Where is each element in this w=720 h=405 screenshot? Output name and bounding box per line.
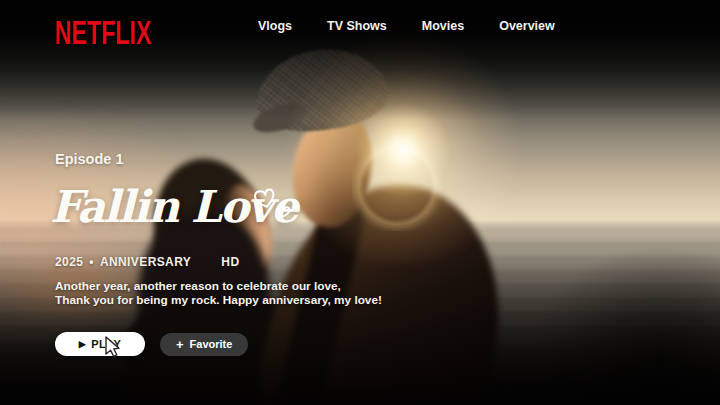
category-label: ANNIVERSARY (100, 255, 191, 269)
plus-icon: + (176, 338, 184, 351)
nav-item-vlogs[interactable]: Vlogs (258, 19, 292, 33)
nav-item-movies[interactable]: Movies (422, 19, 464, 33)
dot-separator: • (89, 255, 94, 269)
netflix-logo[interactable]: NETFLIX (55, 15, 152, 52)
netflix-hero-screen: NETFLIX Vlogs TV Shows Movies Overview E… (0, 0, 720, 405)
show-description: Another year, another reason to celebrat… (55, 280, 382, 308)
nav-item-overview[interactable]: Overview (499, 19, 555, 33)
description-line-1: Another year, another reason to celebrat… (55, 280, 382, 294)
episode-label: Episode 1 (55, 151, 124, 167)
top-navbar: NETFLIX Vlogs TV Shows Movies Overview (0, 0, 720, 60)
play-button[interactable]: ▶ PLAY (55, 332, 145, 356)
hd-badge: HD (221, 255, 240, 269)
nav-item-tv-shows[interactable]: TV Shows (327, 19, 387, 33)
year-label: 2025 (55, 255, 83, 269)
metadata-row: 2025 • ANNIVERSARY HD (55, 255, 240, 269)
favorite-button[interactable]: + Favorite (160, 333, 248, 356)
action-buttons: ▶ PLAY + Favorite (55, 332, 248, 356)
mouse-cursor (103, 335, 125, 359)
hearts-doodle-icon (252, 186, 296, 226)
description-line-2: Thank you for being my rock. Happy anniv… (55, 294, 382, 308)
play-triangle-icon: ▶ (79, 340, 86, 349)
favorite-button-label: Favorite (190, 338, 233, 350)
main-nav: Vlogs TV Shows Movies Overview (258, 19, 555, 33)
